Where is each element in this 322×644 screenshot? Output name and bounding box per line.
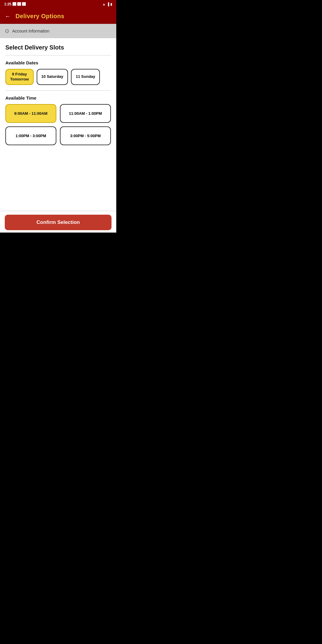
notification-icon-2: 🅵 xyxy=(17,2,21,6)
status-time: 1:25 xyxy=(4,2,11,6)
modal-content: Select Delivery Slots Available Dates 9 … xyxy=(0,38,116,187)
signal-icon xyxy=(107,2,109,6)
battery-icon xyxy=(110,2,112,6)
divider-middle xyxy=(5,90,111,91)
dates-section-label: Available Dates xyxy=(5,60,111,65)
status-bar-left: 1:25 🅰 🅵 🅱 xyxy=(4,2,26,6)
time-section-label: Available Time xyxy=(5,95,111,100)
page-title: Delivery Options xyxy=(16,13,64,20)
notification-icon-1: 🅰 xyxy=(13,2,16,6)
modal-title: Select Delivery Slots xyxy=(5,44,111,51)
time-button-t1[interactable]: 9:00AM - 11:00AM xyxy=(5,104,56,123)
wifi-icon xyxy=(102,2,106,6)
time-button-t3[interactable]: 1:00PM - 3:00PM xyxy=(5,126,56,145)
bottom-area: Confirm Selection xyxy=(0,211,116,233)
status-bar-right xyxy=(102,2,112,6)
date-slots: 9 FridayTomorrow 10 Saturday 11 Sunday xyxy=(5,69,111,85)
status-bar: 1:25 🅰 🅵 🅱 xyxy=(0,0,116,8)
date-button-sun[interactable]: 11 Sunday xyxy=(71,69,100,85)
notification-icon-3: 🅱 xyxy=(22,2,26,6)
time-slots: 9:00AM - 11:00AM 11:00AM - 1:00PM 1:00PM… xyxy=(5,104,111,145)
modal-sheet: Select Delivery Slots Available Dates 9 … xyxy=(0,38,116,211)
app-bar: ← Delivery Options xyxy=(0,8,116,24)
spacer xyxy=(5,151,111,187)
time-button-t4[interactable]: 3:00PM - 5:00PM xyxy=(60,126,111,145)
account-icon xyxy=(5,28,9,34)
account-info-bar: Account Information xyxy=(0,24,116,38)
account-info-label: Account Information xyxy=(12,29,49,33)
time-button-t2[interactable]: 11:00AM - 1:00PM xyxy=(60,104,111,123)
confirm-selection-button[interactable]: Confirm Selection xyxy=(5,215,112,230)
date-button-fri[interactable]: 9 FridayTomorrow xyxy=(5,69,34,85)
main-content: Account Information Select Delivery Slot… xyxy=(0,24,116,233)
back-button[interactable]: ← xyxy=(5,13,11,20)
date-button-sat[interactable]: 10 Saturday xyxy=(37,69,68,85)
divider-top xyxy=(5,55,111,55)
